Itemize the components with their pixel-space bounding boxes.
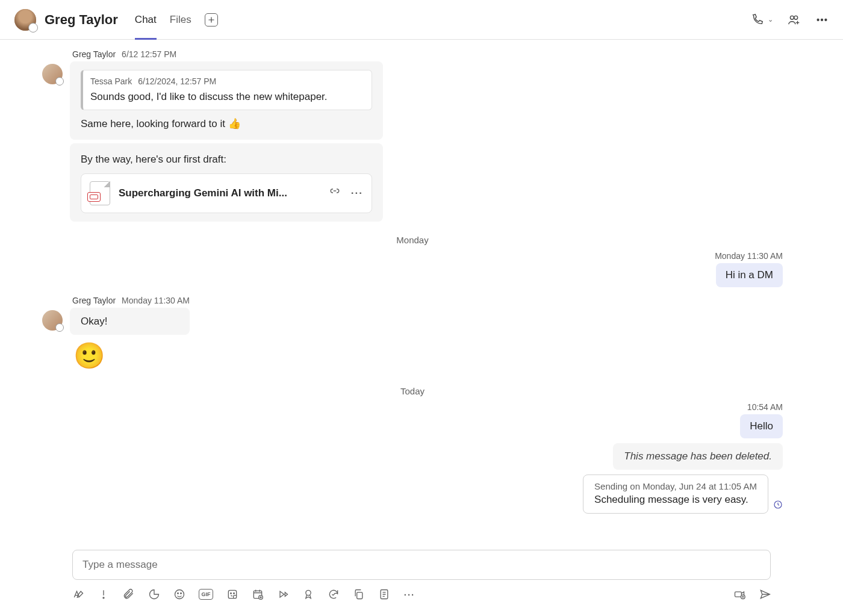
- copy-icon: [353, 588, 365, 600]
- video-clip-button[interactable]: [733, 588, 745, 600]
- outgoing-message: Sending on Monday, Jun 24 at 11:05 AM Sc…: [42, 474, 783, 514]
- more-button[interactable]: [815, 13, 829, 26]
- phone-icon: [751, 13, 764, 26]
- composer-placeholder: Type a message: [82, 559, 158, 570]
- call-button[interactable]: [751, 13, 764, 26]
- svg-point-1: [794, 16, 798, 19]
- powerpoint-file-icon: [90, 181, 110, 205]
- svg-rect-10: [228, 590, 236, 598]
- svg-point-0: [790, 16, 794, 19]
- svg-point-4: [825, 19, 827, 20]
- notes-icon: [378, 588, 390, 600]
- tab-files[interactable]: Files: [170, 0, 191, 39]
- link-icon: [329, 185, 340, 196]
- message-group: Greg Taylor 6/12 12:57 PM Tessa Park 6/1…: [42, 49, 783, 222]
- add-people-button[interactable]: [788, 13, 801, 26]
- stream-button[interactable]: [277, 588, 289, 600]
- format-button[interactable]: [72, 588, 84, 600]
- svg-point-11: [231, 593, 232, 594]
- date-divider: Today: [42, 386, 783, 396]
- sticker-button[interactable]: [226, 588, 238, 600]
- reply-timestamp: 6/12/2024, 12:57 PM: [138, 75, 216, 88]
- emoji-icon: [173, 588, 185, 600]
- sender-name: Greg Taylor: [72, 49, 116, 59]
- message-bubble[interactable]: Tessa Park 6/12/2024, 12:57 PM Sounds go…: [70, 61, 383, 140]
- message-timestamp: 6/12 12:57 PM: [122, 49, 176, 59]
- add-tab-button[interactable]: [205, 13, 218, 26]
- message-meta: Greg Taylor Monday 11:30 AM: [70, 296, 190, 305]
- approvals-button[interactable]: [302, 588, 314, 600]
- tab-list: Chat Files: [135, 0, 218, 39]
- svg-point-12: [234, 593, 235, 594]
- reply-author: Tessa Park: [90, 75, 132, 88]
- message-text: Okay!: [81, 316, 107, 327]
- clock-icon: [773, 500, 783, 509]
- message-bubble[interactable]: By the way, here's our first draft: Supe…: [70, 143, 383, 222]
- attachment-card[interactable]: Supercharging Gemini AI with Mi... ···: [81, 173, 372, 213]
- avatar[interactable]: [42, 310, 63, 331]
- loop-button[interactable]: [148, 588, 160, 600]
- more-actions-button[interactable]: ···: [403, 588, 415, 600]
- copy-button[interactable]: [353, 588, 365, 600]
- outgoing-message: Monday 11:30 AM Hi in a DM: [42, 251, 783, 287]
- svg-rect-18: [735, 592, 742, 597]
- gif-button[interactable]: GIF: [199, 589, 213, 600]
- quoted-reply[interactable]: Tessa Park 6/12/2024, 12:57 PM Sounds go…: [81, 70, 372, 110]
- people-add-icon: [788, 13, 801, 26]
- refresh-check-icon: [328, 588, 340, 600]
- plus-icon: [207, 16, 216, 24]
- message-text: Hi in a DM: [726, 269, 773, 281]
- deleted-text: This message has been deleted.: [624, 450, 772, 462]
- reply-text: Sounds good, I'd like to discuss the new…: [90, 89, 364, 105]
- scheduled-message[interactable]: Sending on Monday, Jun 24 at 11:05 AM Sc…: [583, 474, 768, 514]
- loop-icon: [148, 588, 160, 600]
- outgoing-message: This message has been deleted.: [42, 443, 783, 470]
- format-icon: [72, 588, 84, 600]
- send-icon: [759, 588, 771, 601]
- chat-header: Greg Taylor Chat Files ⌄: [0, 0, 843, 40]
- avatar[interactable]: [14, 9, 36, 31]
- conversation-pane[interactable]: Greg Taylor 6/12 12:57 PM Tessa Park 6/1…: [0, 40, 843, 544]
- message-text: Same here, looking forward to it 👍: [81, 116, 372, 132]
- message-bubble[interactable]: Okay!: [70, 308, 190, 335]
- attachment-more-button[interactable]: ···: [351, 185, 363, 201]
- message-timestamp: 10:54 AM: [747, 402, 783, 412]
- call-dropdown[interactable]: ⌄: [768, 16, 773, 23]
- header-actions: ⌄: [751, 13, 829, 26]
- scheduled-indicator: [773, 500, 783, 511]
- viva-button[interactable]: [328, 588, 340, 600]
- message-meta: Greg Taylor 6/12 12:57 PM: [70, 49, 783, 59]
- emoji-message[interactable]: 🙂: [70, 338, 190, 373]
- paperclip-icon: [123, 588, 135, 600]
- deleted-message[interactable]: This message has been deleted.: [613, 443, 783, 470]
- copy-link-button[interactable]: [329, 185, 340, 201]
- attach-button[interactable]: [123, 588, 135, 600]
- attachment-title: Supercharging Gemini AI with Mi...: [119, 185, 287, 201]
- send-button[interactable]: [759, 588, 771, 600]
- svg-point-3: [821, 19, 823, 20]
- svg-point-2: [817, 19, 819, 20]
- svg-point-7: [175, 590, 184, 599]
- priority-button[interactable]: [98, 588, 110, 600]
- date-divider: Monday: [42, 235, 783, 245]
- sticker-icon: [226, 588, 238, 600]
- message-timestamp: Monday 11:30 AM: [122, 296, 190, 305]
- emoji-button[interactable]: [173, 588, 185, 600]
- notes-button[interactable]: [378, 588, 390, 600]
- message-text: Scheduling message is very easy.: [594, 494, 757, 506]
- message-input[interactable]: Type a message: [72, 550, 771, 580]
- message-group: Greg Taylor Monday 11:30 AM Okay! 🙂: [42, 296, 783, 373]
- message-bubble[interactable]: Hello: [740, 414, 783, 438]
- avatar[interactable]: [42, 64, 63, 84]
- video-clip-icon: [733, 588, 745, 600]
- composer-toolbar: GIF ···: [72, 588, 771, 600]
- stream-icon: [277, 588, 289, 600]
- schedule-button[interactable]: [252, 588, 264, 600]
- svg-point-8: [178, 593, 179, 594]
- more-icon: [815, 13, 829, 26]
- tab-chat[interactable]: Chat: [135, 0, 157, 39]
- message-bubble[interactable]: Hi in a DM: [716, 263, 783, 287]
- svg-point-9: [181, 593, 182, 594]
- message-text: By the way, here's our first draft:: [81, 152, 372, 167]
- chat-title: Greg Taylor: [45, 12, 118, 28]
